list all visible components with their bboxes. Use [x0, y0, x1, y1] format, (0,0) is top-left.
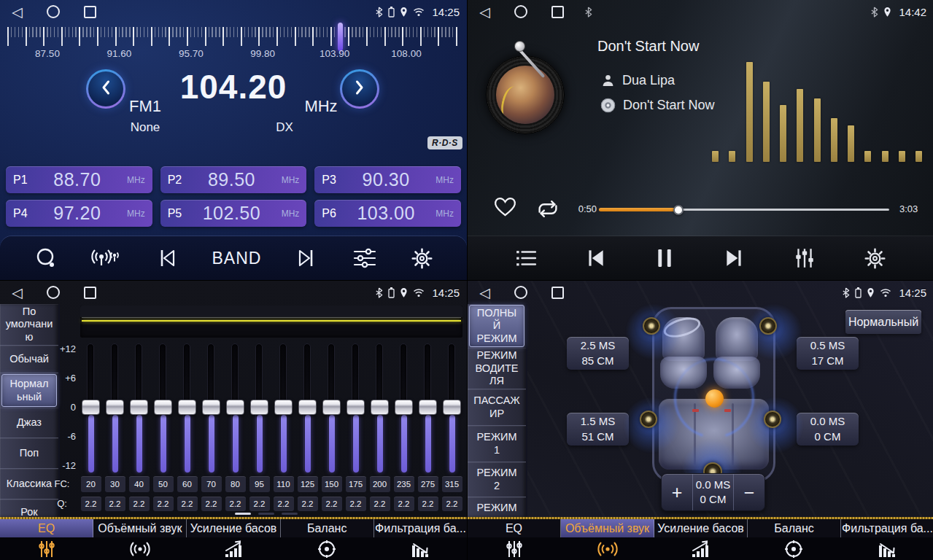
- staging-mode-5[interactable]: РЕЖИМ 2: [468, 462, 526, 497]
- eq-slider-handle[interactable]: [443, 400, 461, 415]
- q-value[interactable]: 2.2: [442, 497, 462, 511]
- fc-value[interactable]: 175: [346, 476, 366, 492]
- eq-slider-handle[interactable]: [202, 400, 220, 415]
- delay-minus-button[interactable]: −: [734, 474, 764, 510]
- back-icon[interactable]: ◁: [479, 286, 490, 300]
- eq-slider-handle[interactable]: [250, 400, 268, 415]
- fc-value[interactable]: 30: [105, 476, 125, 492]
- q-value[interactable]: 2.2: [322, 497, 342, 511]
- eq-slider-handle[interactable]: [130, 400, 148, 415]
- frequency-scale[interactable]: [7, 27, 460, 46]
- fc-value[interactable]: 275: [418, 476, 438, 492]
- eq-preset-3[interactable]: Нормальный: [1, 374, 57, 407]
- q-value[interactable]: 2.2: [418, 497, 438, 511]
- delay-rear-left-button[interactable]: 1.5 MS 51 CM: [567, 413, 629, 446]
- eq-slider-handle[interactable]: [154, 400, 172, 415]
- surround-sound-icon[interactable]: [561, 537, 654, 560]
- back-icon[interactable]: ◁: [12, 286, 23, 300]
- home-icon[interactable]: [514, 5, 527, 18]
- balance-icon[interactable]: [747, 537, 840, 560]
- tune-up-button[interactable]: [340, 69, 379, 109]
- eq-tab-filter[interactable]: Фильтрация ба...: [374, 519, 467, 537]
- q-value[interactable]: 2.2: [153, 497, 174, 511]
- previous-track-button[interactable]: [584, 248, 608, 268]
- eq-slider-handle[interactable]: [298, 400, 317, 415]
- balance-icon[interactable]: [280, 537, 373, 560]
- tune-down-button[interactable]: [86, 69, 125, 109]
- fc-value[interactable]: 125: [298, 476, 318, 492]
- home-icon[interactable]: [47, 286, 60, 299]
- eq-slider-handle[interactable]: [371, 400, 389, 415]
- eq-slider-handle[interactable]: [226, 400, 244, 415]
- eq-slider-handle[interactable]: [347, 400, 365, 415]
- eq-slider-handle[interactable]: [274, 400, 293, 415]
- delay-rear-right-button[interactable]: 0.0 MS 0 CM: [797, 413, 859, 446]
- sound-profile-button[interactable]: Нормальный: [845, 310, 921, 334]
- playlist-button[interactable]: [515, 249, 537, 268]
- back-icon[interactable]: ◁: [479, 5, 490, 19]
- repeat-button[interactable]: [535, 198, 561, 222]
- listening-position-marker[interactable]: [705, 389, 724, 408]
- delay-plus-button[interactable]: +: [662, 474, 692, 510]
- next-track-button[interactable]: [722, 248, 746, 268]
- pause-button[interactable]: [655, 247, 674, 269]
- eq-slider-handle[interactable]: [82, 400, 100, 415]
- eq-slider-handle[interactable]: [178, 400, 196, 415]
- q-value[interactable]: 2.2: [274, 497, 294, 511]
- q-value[interactable]: 2.2: [370, 497, 390, 511]
- previous-station-button[interactable]: [155, 247, 179, 269]
- fc-value[interactable]: 95: [249, 476, 270, 492]
- preset-button-p5[interactable]: P5102.50MHz: [160, 200, 307, 227]
- fc-value[interactable]: 80: [225, 476, 246, 492]
- preset-button-p4[interactable]: P497.20MHz: [6, 200, 152, 227]
- home-icon[interactable]: [47, 5, 60, 18]
- staging-mode-4[interactable]: РЕЖИМ 1: [468, 426, 526, 462]
- filter-icon[interactable]: [840, 537, 933, 560]
- q-value[interactable]: 2.2: [129, 497, 150, 511]
- progress-thumb[interactable]: [673, 205, 684, 215]
- broadcast-button[interactable]: [91, 246, 122, 271]
- eq-preset-1[interactable]: По умолчанию: [0, 304, 58, 346]
- staging-mode-3[interactable]: ПАССАЖИР: [468, 389, 526, 426]
- home-icon[interactable]: [514, 286, 527, 299]
- scan-button[interactable]: [34, 246, 58, 271]
- q-value[interactable]: 2.2: [105, 497, 125, 511]
- eq-sliders-icon[interactable]: [468, 537, 561, 560]
- q-value[interactable]: 2.2: [394, 497, 414, 511]
- staging-tab-bass-boost[interactable]: Усиление басов: [654, 519, 748, 537]
- delay-front-right-button[interactable]: 0.5 MS 17 CM: [797, 337, 859, 370]
- eq-tab-eq[interactable]: EQ: [0, 519, 93, 537]
- staging-mode-2[interactable]: РЕЖИМ ВОДИТЕЛЯ: [468, 348, 526, 389]
- staging-tab-eq[interactable]: EQ: [468, 519, 561, 537]
- preset-button-p6[interactable]: P6103.00MHz: [314, 200, 461, 227]
- back-icon[interactable]: ◁: [12, 5, 23, 19]
- bass-boost-icon[interactable]: [187, 537, 280, 560]
- q-value[interactable]: 2.2: [225, 497, 246, 511]
- q-value[interactable]: 2.2: [249, 497, 270, 511]
- band-button[interactable]: BAND: [212, 249, 262, 268]
- recents-icon[interactable]: [84, 6, 96, 18]
- preset-button-p1[interactable]: P188.70MHz: [6, 166, 152, 193]
- staging-tab-filter[interactable]: Фильтрация ба...: [841, 519, 933, 537]
- eq-slider-handle[interactable]: [419, 400, 437, 415]
- eq-tab-surround-sound[interactable]: Объёмный звук: [93, 519, 187, 537]
- fc-value[interactable]: 150: [322, 476, 342, 492]
- fc-value[interactable]: 235: [394, 476, 414, 492]
- delay-front-left-button[interactable]: 2.5 MS 85 CM: [567, 337, 629, 370]
- fc-value[interactable]: 315: [442, 476, 462, 492]
- q-value[interactable]: 2.2: [201, 497, 222, 511]
- preset-button-p2[interactable]: P289.50MHz: [160, 166, 307, 193]
- recents-icon[interactable]: [551, 287, 564, 299]
- eq-slider-handle[interactable]: [322, 400, 341, 415]
- audio-settings-button[interactable]: [793, 247, 816, 269]
- eq-slider-handle[interactable]: [106, 400, 124, 415]
- surround-sound-icon[interactable]: [93, 537, 187, 560]
- recents-icon[interactable]: [84, 287, 96, 299]
- staging-tab-balance[interactable]: Баланс: [748, 519, 841, 537]
- eq-tab-balance[interactable]: Баланс: [281, 519, 374, 537]
- q-value[interactable]: 2.2: [177, 497, 198, 511]
- next-station-button[interactable]: [295, 247, 318, 269]
- staging-mode-1[interactable]: ПОЛНЫЙ РЕЖИМ: [469, 305, 524, 347]
- fc-value[interactable]: 40: [129, 476, 150, 492]
- favorite-button[interactable]: [494, 196, 516, 219]
